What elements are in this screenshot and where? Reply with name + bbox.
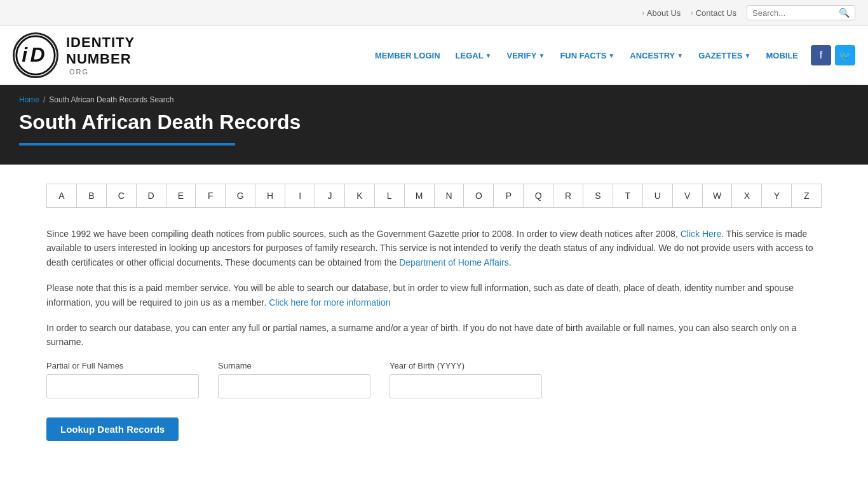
alpha-item-c[interactable]: C <box>107 184 137 207</box>
social-icons: f 🐦 <box>811 45 855 65</box>
logo-area: i D IDENTITY NUMBER .ORG <box>13 32 135 78</box>
alphabet-nav: ABCDEFGHIJKLMNOPQRSTUVWXYZ <box>46 184 822 208</box>
alpha-item-w[interactable]: W <box>703 184 733 207</box>
chevron-icon: ▼ <box>677 52 683 59</box>
chevron-icon: › <box>642 10 644 17</box>
surname-field-group: Surname <box>218 361 370 398</box>
more-info-link[interactable]: Click here for more information <box>269 297 390 308</box>
alpha-item-m[interactable]: M <box>405 184 435 207</box>
surname-label: Surname <box>218 361 370 370</box>
nav-verify[interactable]: VERIFY ▼ <box>501 47 552 64</box>
alpha-item-g[interactable]: G <box>226 184 255 207</box>
breadcrumb-separator: / <box>43 95 45 104</box>
nav-member-login[interactable]: MEMBER LOGIN <box>369 47 447 64</box>
search-button[interactable]: 🔍 <box>839 8 850 18</box>
chevron-icon: › <box>691 10 693 17</box>
lookup-button[interactable]: Lookup Death Records <box>46 417 179 441</box>
nav-gazettes[interactable]: GAZETTES ▼ <box>692 47 757 64</box>
site-header: i D IDENTITY NUMBER .ORG MEMBER LOGIN LE… <box>0 26 868 85</box>
main-nav: MEMBER LOGIN LEGAL ▼ VERIFY ▼ FUN FACTS … <box>369 47 804 64</box>
chevron-icon: ▼ <box>608 52 614 59</box>
alpha-item-l[interactable]: L <box>375 184 405 207</box>
logo-line2: NUMBER <box>66 51 135 67</box>
alpha-item-y[interactable]: Y <box>762 184 792 207</box>
search-input[interactable] <box>752 8 835 18</box>
year-label: Year of Birth (YYYY) <box>390 361 542 370</box>
svg-text:D: D <box>31 43 45 66</box>
twitter-button[interactable]: 🐦 <box>835 45 855 65</box>
alpha-item-d[interactable]: D <box>137 184 166 207</box>
alpha-item-j[interactable]: J <box>315 184 345 207</box>
alpha-item-t[interactable]: T <box>613 184 643 207</box>
alpha-item-b[interactable]: B <box>77 184 107 207</box>
search-form-row: Partial or Full Names Surname Year of Bi… <box>46 361 822 398</box>
breadcrumb: Home / South African Death Records Searc… <box>19 95 849 104</box>
alpha-item-f[interactable]: F <box>196 184 226 207</box>
year-field-group: Year of Birth (YYYY) <box>390 361 542 398</box>
logo-line1: IDENTITY <box>66 34 135 51</box>
top-bar: › About Us › Contact Us 🔍 <box>0 0 868 26</box>
names-field-group: Partial or Full Names <box>46 361 199 398</box>
alpha-item-z[interactable]: Z <box>792 184 821 207</box>
facebook-button[interactable]: f <box>811 45 831 65</box>
chevron-icon: ▼ <box>538 52 545 59</box>
alpha-item-o[interactable]: O <box>464 184 494 207</box>
logo-line3: .ORG <box>66 68 135 76</box>
nav-fun-facts[interactable]: FUN FACTS ▼ <box>553 47 621 64</box>
alpha-item-k[interactable]: K <box>345 184 375 207</box>
svg-text:i: i <box>22 43 28 66</box>
alpha-item-h[interactable]: H <box>255 184 285 207</box>
surname-input[interactable] <box>218 374 370 398</box>
breadcrumb-current: South African Death Records Search <box>49 95 173 104</box>
search-box: 🔍 <box>747 5 855 20</box>
breadcrumb-home[interactable]: Home <box>19 95 39 104</box>
page-header: Home / South African Death Records Searc… <box>0 85 868 165</box>
title-underline <box>19 143 235 146</box>
alpha-item-r[interactable]: R <box>553 184 583 207</box>
main-content: ABCDEFGHIJKLMNOPQRSTUVWXYZ Since 1992 we… <box>27 165 841 460</box>
page-title: South African Death Records <box>19 111 849 134</box>
chevron-icon: ▼ <box>485 52 492 59</box>
alpha-item-i[interactable]: I <box>285 184 315 207</box>
nav-legal[interactable]: LEGAL ▼ <box>449 47 498 64</box>
logo-text: IDENTITY NUMBER .ORG <box>66 34 135 76</box>
alpha-item-s[interactable]: S <box>583 184 613 207</box>
alpha-item-v[interactable]: V <box>673 184 703 207</box>
nav-mobile[interactable]: MOBILE <box>759 47 804 64</box>
description-para1: Since 1992 we have been compiling death … <box>46 227 822 269</box>
alpha-item-e[interactable]: E <box>166 184 196 207</box>
contact-us-link[interactable]: › Contact Us <box>691 8 736 18</box>
year-input[interactable] <box>390 374 542 398</box>
chevron-icon: ▼ <box>745 52 751 59</box>
logo-icon: i D <box>13 32 58 78</box>
home-affairs-link[interactable]: Department of Home Affairs <box>399 257 508 268</box>
description-para2: Please note that this is a paid member s… <box>46 281 822 309</box>
names-label: Partial or Full Names <box>46 361 199 370</box>
alpha-item-u[interactable]: U <box>643 184 673 207</box>
alpha-item-a[interactable]: A <box>47 184 77 207</box>
about-us-link[interactable]: › About Us <box>642 8 681 18</box>
alpha-item-n[interactable]: N <box>435 184 465 207</box>
description-para3: In order to search our database, you can… <box>46 321 822 349</box>
alpha-item-q[interactable]: Q <box>524 184 553 207</box>
alpha-item-p[interactable]: P <box>494 184 524 207</box>
alpha-item-x[interactable]: X <box>732 184 762 207</box>
names-input[interactable] <box>46 374 199 398</box>
nav-ancestry[interactable]: ANCESTRY ▼ <box>623 47 689 64</box>
click-here-link[interactable]: Click Here <box>681 229 722 239</box>
